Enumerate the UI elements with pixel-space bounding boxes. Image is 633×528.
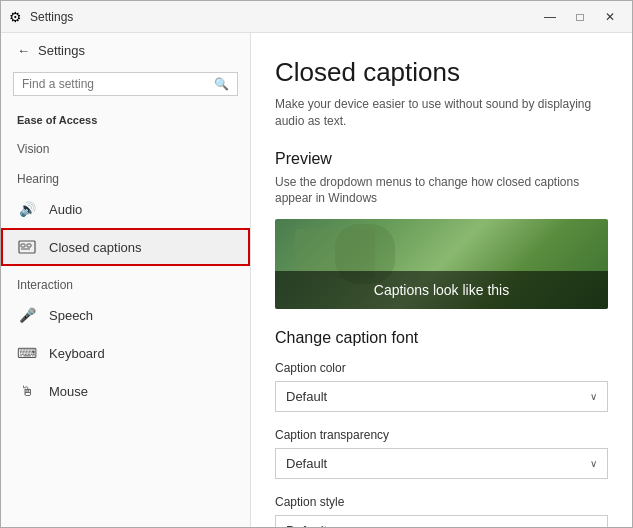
main-content: Closed captions Make your device easier … (251, 33, 632, 527)
caption-color-label: Caption color (275, 361, 608, 375)
page-title: Closed captions (275, 57, 608, 88)
title-bar-controls: — □ ✕ (536, 3, 624, 31)
caption-style-field: Caption style Default ∨ (275, 495, 608, 527)
minimize-button[interactable]: — (536, 3, 564, 31)
sidebar-item-label-audio: Audio (49, 202, 82, 217)
sidebar-item-closed-captions[interactable]: Closed captions (1, 228, 250, 266)
hearing-section-label: Hearing (1, 160, 250, 190)
sidebar-item-label-speech: Speech (49, 308, 93, 323)
page-description: Make your device easier to use without s… (275, 96, 608, 130)
caption-preview: Captions look like this (275, 219, 608, 309)
caption-style-label: Caption style (275, 495, 608, 509)
svg-rect-2 (27, 244, 31, 247)
sidebar-back-button[interactable]: ← Settings (1, 33, 250, 68)
sidebar-item-label-mouse: Mouse (49, 384, 88, 399)
content-area: ← Settings 🔍 Ease of Access Vision Heari… (1, 33, 632, 527)
caption-color-value: Default (286, 389, 327, 404)
search-box: 🔍 (13, 72, 238, 96)
search-icon: 🔍 (214, 77, 229, 91)
caption-transparency-field: Caption transparency Default ∨ (275, 428, 608, 479)
sidebar-item-label-closed-captions: Closed captions (49, 240, 142, 255)
sidebar-item-mouse[interactable]: 🖱 Mouse (1, 372, 250, 410)
caption-color-dropdown[interactable]: Default ∨ (275, 381, 608, 412)
sidebar-item-keyboard[interactable]: ⌨ Keyboard (1, 334, 250, 372)
title-bar-left: ⚙ Settings (9, 9, 536, 25)
speech-icon: 🎤 (17, 305, 37, 325)
settings-window: ⚙ Settings — □ ✕ ← Settings 🔍 Ease of Ac… (0, 0, 633, 528)
keyboard-icon: ⌨ (17, 343, 37, 363)
settings-icon: ⚙ (9, 9, 22, 25)
back-icon: ← (17, 43, 30, 58)
window-title: Settings (30, 10, 73, 24)
sidebar-title: Settings (38, 43, 85, 58)
caption-style-value: Default (286, 523, 327, 527)
preview-overlay: Captions look like this (275, 271, 608, 309)
caption-transparency-label: Caption transparency (275, 428, 608, 442)
sidebar-item-speech[interactable]: 🎤 Speech (1, 296, 250, 334)
caption-color-arrow: ∨ (590, 391, 597, 402)
ease-of-access-header: Ease of Access (1, 106, 250, 130)
preview-section-desc: Use the dropdown menus to change how clo… (275, 174, 608, 208)
maximize-button[interactable]: □ (566, 3, 594, 31)
caption-color-field: Caption color Default ∨ (275, 361, 608, 412)
mouse-icon: 🖱 (17, 381, 37, 401)
caption-style-arrow: ∨ (590, 525, 597, 527)
change-font-title: Change caption font (275, 329, 608, 347)
search-input[interactable] (22, 77, 214, 91)
vision-section-label: Vision (1, 130, 250, 160)
preview-caption-text: Captions look like this (374, 282, 509, 298)
caption-style-dropdown[interactable]: Default ∨ (275, 515, 608, 527)
sidebar-item-audio[interactable]: 🔊 Audio (1, 190, 250, 228)
caption-transparency-value: Default (286, 456, 327, 471)
caption-transparency-arrow: ∨ (590, 458, 597, 469)
sidebar: ← Settings 🔍 Ease of Access Vision Heari… (1, 33, 251, 527)
sidebar-item-label-keyboard: Keyboard (49, 346, 105, 361)
close-button[interactable]: ✕ (596, 3, 624, 31)
svg-rect-1 (21, 244, 25, 247)
preview-section-title: Preview (275, 150, 608, 168)
closed-captions-icon (17, 237, 37, 257)
audio-icon: 🔊 (17, 199, 37, 219)
interaction-section-label: Interaction (1, 266, 250, 296)
title-bar: ⚙ Settings — □ ✕ (1, 1, 632, 33)
caption-transparency-dropdown[interactable]: Default ∨ (275, 448, 608, 479)
